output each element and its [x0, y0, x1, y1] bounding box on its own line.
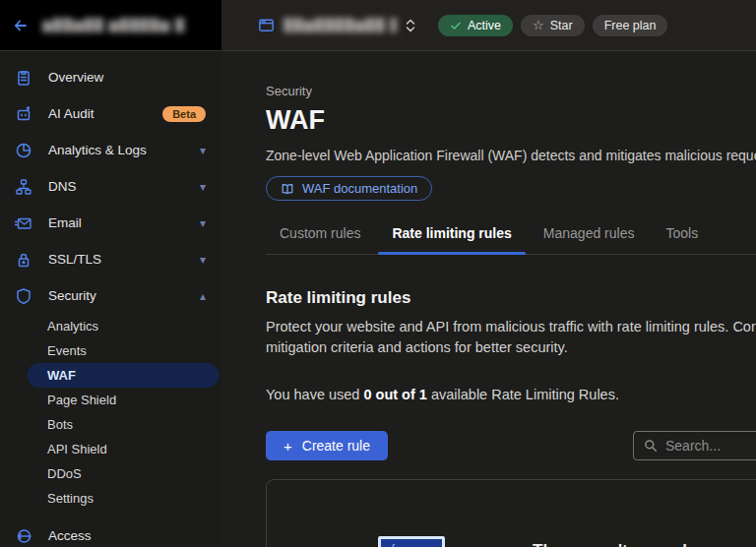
- brace-glyph: {: [391, 541, 395, 547]
- clipboard-icon: [14, 68, 33, 88]
- sidebar-item-label: Access: [48, 528, 206, 543]
- sidebar-item-label: DNS: [48, 179, 185, 194]
- topbar: ▆██▆██ ▆████▆ ███ ██▆████▆██ ███ Activ: [0, 0, 756, 51]
- section-heading: Rate limiting rules: [266, 288, 756, 308]
- search-input[interactable]: [665, 438, 756, 454]
- sidebar-subitem-label: Analytics: [47, 319, 98, 334]
- robot-icon: [14, 104, 33, 124]
- tab-managed-rules[interactable]: Managed rules: [530, 225, 649, 254]
- sidebar-item-label: Email: [48, 215, 185, 230]
- status-badge-label: Active: [468, 19, 501, 32]
- section-description: Protect your website and API from malici…: [266, 317, 756, 358]
- create-rule-button[interactable]: + Create rule: [266, 431, 388, 460]
- book-icon: [281, 182, 294, 196]
- chevron-down-icon: ▾: [200, 145, 206, 156]
- sidebar-item-ssl-tls[interactable]: SSL/TLS ▾: [0, 241, 221, 277]
- create-rule-label: Create rule: [302, 438, 370, 454]
- actions-row: + Create rule: [266, 431, 756, 460]
- chevron-up-icon: ▴: [200, 290, 206, 302]
- star-button[interactable]: ☆ Star: [521, 15, 585, 36]
- sidebar-subitem-page-shield[interactable]: Page Shield: [0, 388, 221, 412]
- star-icon: ☆: [533, 19, 544, 31]
- sidebar-subitem-label: Bots: [47, 417, 73, 432]
- sidebar-subitem-api-shield[interactable]: API Shield: [0, 437, 221, 461]
- site-domain: ██▆████▆██ ███: [284, 18, 397, 32]
- tab-bar: Custom rules Rate limiting rules Managed…: [266, 225, 756, 255]
- search-box: [633, 431, 756, 460]
- browser-window-icon: [257, 16, 276, 34]
- plan-badge: Free plan: [593, 15, 668, 36]
- sidebar-subitem-events[interactable]: Events: [0, 338, 221, 363]
- waf-documentation-label: WAF documentation: [302, 181, 417, 196]
- sidebar-subitem-waf[interactable]: WAF: [28, 363, 219, 388]
- check-icon: [450, 20, 462, 31]
- sidebar-subitem-label: DDoS: [47, 466, 82, 481]
- sidebar-item-label: Analytics & Logs: [48, 143, 185, 157]
- chevron-updown-icon: [405, 16, 416, 35]
- code-block-illustration: {: [378, 536, 445, 547]
- usage-count: 0 out of 1: [363, 387, 426, 402]
- sidebar-item-overview[interactable]: Overview: [0, 59, 221, 95]
- back-arrow-icon[interactable]: [10, 16, 30, 35]
- section-description-line1: Protect your website and API from malici…: [266, 317, 756, 337]
- site-switcher[interactable]: ██▆████▆██ ███: [257, 16, 416, 35]
- empty-state-title: There aren't any rules: [533, 541, 706, 547]
- sidebar-subitem-bots[interactable]: Bots: [0, 412, 221, 437]
- chevron-down-icon: ▾: [200, 254, 206, 266]
- topbar-right: ██▆████▆██ ███ Active ☆ Star Free plan: [221, 0, 756, 50]
- sidebar-subitem-ddos[interactable]: DDoS: [0, 461, 221, 486]
- waf-documentation-link[interactable]: WAF documentation: [266, 176, 432, 201]
- chevron-down-icon: ▾: [200, 217, 206, 229]
- sidebar-item-label: AI Audit: [48, 106, 152, 121]
- sidebar-subitem-analytics[interactable]: Analytics: [0, 314, 221, 338]
- page-title: WAF: [266, 105, 756, 136]
- sidebar: Overview AI Audit Beta Analytics & Logs …: [0, 51, 221, 547]
- tab-rate-limiting-rules[interactable]: Rate limiting rules: [378, 225, 525, 254]
- tab-tools[interactable]: Tools: [652, 225, 712, 254]
- section-description-line2: mitigation criteria and actions for bett…: [266, 337, 756, 358]
- sidebar-item-label: SSL/TLS: [48, 252, 185, 267]
- plan-badge-label: Free plan: [604, 19, 657, 32]
- search-icon: [644, 439, 658, 453]
- plus-icon: +: [284, 439, 292, 454]
- sidebar-subitem-label: Settings: [47, 491, 94, 506]
- access-icon: [14, 526, 33, 546]
- shield-icon: [14, 286, 33, 306]
- star-button-label: Star: [550, 19, 573, 32]
- sidebar-item-dns[interactable]: DNS ▾: [0, 168, 221, 205]
- sidebar-subitem-label: WAF: [47, 368, 76, 383]
- sidebar-item-email[interactable]: Email ▾: [0, 205, 221, 241]
- page-description: Zone-level Web Application Firewall (WAF…: [266, 148, 756, 163]
- sidebar-subitem-settings[interactable]: Settings: [0, 486, 221, 511]
- rules-empty-panel: { There aren't any rules: [266, 479, 756, 547]
- sitemap-icon: [14, 177, 33, 197]
- envelope-icon: [14, 213, 33, 233]
- sidebar-item-label: Overview: [48, 70, 206, 85]
- sidebar-subitem-label: API Shield: [47, 442, 107, 456]
- sidebar-subitem-label: Events: [47, 343, 87, 358]
- main-content: Security WAF Zone-level Web Application …: [221, 51, 756, 547]
- lock-icon: [14, 250, 33, 270]
- beta-badge: Beta: [162, 106, 206, 122]
- sidebar-item-security[interactable]: Security ▴: [0, 277, 221, 314]
- usage-text: You have used 0 out of 1 available Rate …: [266, 387, 756, 402]
- account-switcher[interactable]: ▆██▆██ ▆████▆ ███: [0, 0, 221, 50]
- tab-custom-rules[interactable]: Custom rules: [266, 225, 374, 254]
- sidebar-item-label: Security: [48, 288, 185, 303]
- pie-chart-icon: [14, 141, 33, 160]
- sidebar-item-access[interactable]: Access: [0, 517, 221, 547]
- sidebar-item-ai-audit[interactable]: AI Audit Beta: [0, 95, 221, 132]
- account-name: ▆██▆██ ▆████▆ ███: [42, 18, 185, 32]
- status-badge: Active: [438, 15, 513, 36]
- breadcrumb: Security: [266, 84, 756, 98]
- chevron-down-icon: ▾: [200, 181, 206, 193]
- sidebar-item-analytics-logs[interactable]: Analytics & Logs ▾: [0, 132, 221, 168]
- sidebar-subitem-label: Page Shield: [47, 393, 116, 407]
